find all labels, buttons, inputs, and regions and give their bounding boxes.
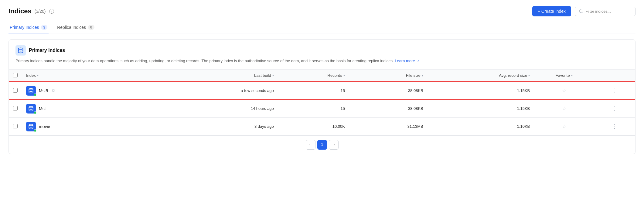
header-right: + Create Index — [532, 6, 635, 16]
th-avgrecord[interactable]: Avg. record size ▾ — [428, 70, 534, 82]
index-name-movie: movie — [39, 124, 50, 129]
indices-table-wrapper: Index ▾ Last build ▾ Rec — [9, 70, 635, 135]
row-index-cell: Mst — [22, 100, 164, 117]
row-favorite-mst5: ☆ — [534, 82, 594, 100]
card-description: Primary indices handle the majority of y… — [15, 58, 629, 64]
table-row[interactable]: Mst5 ⧉ a few seconds ago 15 38.08KB 1.15… — [9, 82, 635, 100]
chevron-down-icon: ▾ — [422, 74, 423, 77]
status-dot-mst5 — [34, 93, 36, 96]
row-favorite-mst: ☆ — [534, 100, 594, 117]
chevron-down-icon: ▾ — [37, 74, 39, 77]
th-favorite[interactable]: Favorite ▾ — [534, 70, 594, 82]
tab-replica-label: Replica Indices — [57, 25, 86, 30]
row-lastbuild-mst5: a few seconds ago — [164, 82, 278, 100]
table-body: Mst5 ⧉ a few seconds ago 15 38.08KB 1.15… — [9, 82, 635, 135]
database-icon — [18, 47, 24, 53]
index-icon-mst — [26, 104, 36, 114]
th-actions — [594, 70, 635, 82]
table-header-row: Index ▾ Last build ▾ Rec — [9, 70, 635, 82]
page-1-button[interactable]: 1 — [317, 140, 327, 150]
row-checkbox-cell — [9, 100, 22, 117]
header-left: Indices (3/20) i — [9, 7, 54, 15]
row-records-mst: 15 — [278, 100, 349, 117]
tab-replica-indices[interactable]: Replica Indices 0 — [56, 22, 96, 33]
page-title: Indices — [9, 7, 32, 15]
page-container: Indices (3/20) i + Create Index Primary … — [0, 0, 644, 217]
row-checkbox-cell — [9, 82, 22, 100]
primary-index-icon-box — [15, 45, 26, 56]
row-records-mst5: 15 — [278, 82, 349, 100]
tab-replica-count: 0 — [88, 25, 94, 30]
card-title: Primary Indices — [29, 48, 65, 53]
chevron-down-icon: ▾ — [528, 74, 530, 77]
th-checkbox — [9, 70, 22, 82]
tab-primary-count: 3 — [41, 25, 47, 30]
row-lastbuild-mst: 14 hours ago — [164, 100, 278, 117]
favorite-button-mst[interactable]: ☆ — [560, 105, 568, 112]
row-checkbox-mst[interactable] — [13, 106, 18, 110]
count-badge: (3/20) — [35, 9, 46, 14]
info-icon[interactable]: i — [49, 9, 54, 14]
tab-primary-label: Primary Indices — [10, 25, 39, 30]
external-link-icon: ↗ — [417, 59, 420, 63]
svg-point-3 — [29, 106, 33, 108]
chevron-down-icon: ▾ — [571, 74, 573, 77]
learn-more-link[interactable]: Learn more ↗ — [395, 59, 420, 63]
page-header: Indices (3/20) i + Create Index — [9, 6, 635, 16]
svg-point-2 — [29, 88, 33, 90]
row-actions-mst: ⋮ — [594, 100, 635, 117]
index-name-mst: Mst — [39, 106, 46, 111]
row-avgrecord-mst5: 1.15KB — [428, 82, 534, 100]
indices-table: Index ▾ Last build ▾ Rec — [9, 70, 635, 135]
pagination: ← 1 → — [9, 135, 635, 154]
row-filesize-mst5: 38.08KB — [349, 82, 428, 100]
select-all-checkbox[interactable] — [13, 73, 18, 77]
db-icon — [28, 106, 34, 111]
tab-primary-indices[interactable]: Primary Indices 3 — [9, 22, 49, 33]
index-name-mst5: Mst5 — [39, 88, 48, 93]
more-options-button-movie[interactable]: ⋮ — [610, 123, 619, 130]
next-page-button[interactable]: → — [329, 140, 339, 150]
index-icon-mst5 — [26, 86, 36, 96]
chevron-down-icon: ▾ — [272, 74, 274, 77]
th-records[interactable]: Records ▾ — [278, 70, 349, 82]
row-checkbox-mst5[interactable] — [13, 88, 18, 93]
th-index[interactable]: Index ▾ — [22, 70, 164, 82]
status-dot-mst — [34, 111, 36, 114]
status-dot-movie — [34, 129, 36, 132]
more-options-button-mst5[interactable]: ⋮ — [610, 87, 619, 94]
row-index-cell: movie — [22, 117, 164, 135]
svg-point-4 — [29, 124, 33, 126]
row-favorite-movie: ☆ — [534, 117, 594, 135]
search-input[interactable] — [585, 9, 632, 14]
table-row[interactable]: movie 3 days ago 10.00K 31.13MB 1.10KB ☆… — [9, 117, 635, 135]
db-icon — [28, 88, 34, 93]
prev-page-button[interactable]: ← — [306, 140, 315, 150]
table-row[interactable]: Mst 14 hours ago 15 38.08KB 1.15KB ☆ ⋮ — [9, 100, 635, 117]
favorite-button-mst5[interactable]: ☆ — [560, 87, 568, 94]
row-records-movie: 10.00K — [278, 117, 349, 135]
favorite-button-movie[interactable]: ☆ — [560, 123, 568, 130]
row-avgrecord-movie: 1.10KB — [428, 117, 534, 135]
more-options-button-mst[interactable]: ⋮ — [610, 105, 619, 112]
th-lastbuild[interactable]: Last build ▾ — [164, 70, 278, 82]
card-header: Primary Indices Primary indices handle t… — [9, 40, 635, 70]
content-card: Primary Indices Primary indices handle t… — [9, 39, 635, 154]
row-avgrecord-mst: 1.15KB — [428, 100, 534, 117]
row-lastbuild-movie: 3 days ago — [164, 117, 278, 135]
create-index-button[interactable]: + Create Index — [532, 6, 571, 16]
chevron-down-icon: ▾ — [343, 74, 345, 77]
row-checkbox-cell — [9, 117, 22, 135]
copy-icon-mst5[interactable]: ⧉ — [52, 88, 55, 93]
search-icon — [579, 9, 583, 13]
th-filesize[interactable]: File size ▾ — [349, 70, 428, 82]
row-actions-mst5: ⋮ — [594, 82, 635, 100]
svg-point-0 — [579, 10, 582, 12]
tabs-bar: Primary Indices 3 Replica Indices 0 — [9, 22, 635, 33]
row-checkbox-movie[interactable] — [13, 124, 18, 128]
row-filesize-movie: 31.13MB — [349, 117, 428, 135]
svg-point-1 — [19, 48, 23, 49]
card-header-title-row: Primary Indices — [15, 45, 629, 56]
row-filesize-mst: 38.08KB — [349, 100, 428, 117]
index-icon-movie — [26, 122, 36, 131]
